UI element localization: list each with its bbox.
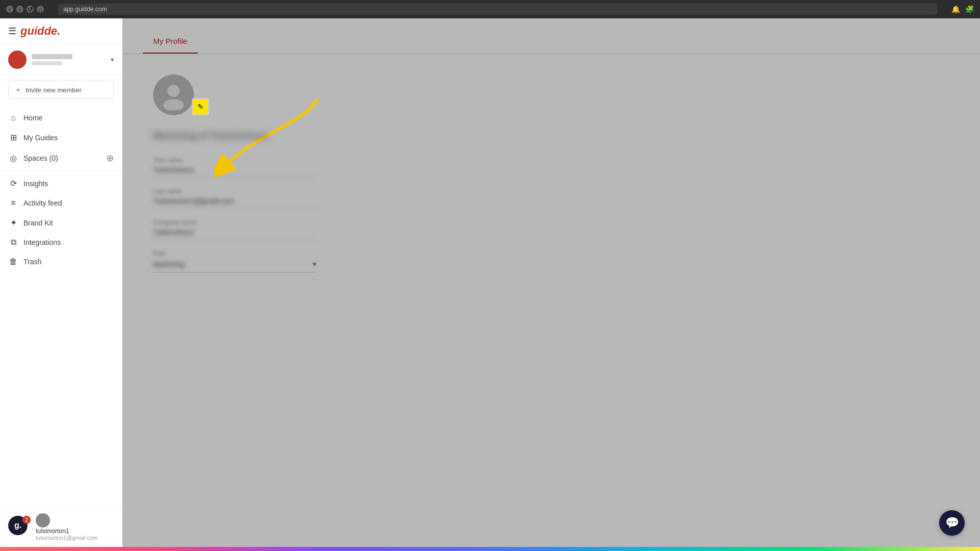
full-name-value[interactable]: Tulsimorton1 [153, 166, 316, 178]
g2-badge-count: 2 [22, 516, 31, 524]
role-select[interactable]: Marketing ▾ [153, 259, 316, 272]
workspace-chevron-icon: ▾ [111, 56, 114, 63]
top-bar: My Profile [122, 18, 980, 54]
spaces-label: Spaces (0) [23, 154, 106, 162]
integrations-icon: ⧉ [8, 238, 18, 247]
browser-home[interactable]: ⌂ [37, 6, 44, 13]
last-name-label: Last name [153, 188, 347, 195]
g2-badge[interactable]: g. 2 [8, 516, 31, 538]
brand-kit-icon: ✦ [8, 218, 18, 228]
guides-icon: ⊞ [8, 133, 18, 142]
sidebar-item-my-guides[interactable]: ⊞ My Guides [0, 128, 122, 147]
profile-avatar [153, 74, 194, 115]
address-bar[interactable]: app.guidde.com [58, 4, 937, 15]
chat-button[interactable]: 💬 [939, 510, 965, 536]
edit-avatar-button[interactable]: ✎ [192, 98, 209, 115]
url-text: app.guidde.com [63, 6, 107, 13]
chat-icon: 💬 [945, 516, 959, 530]
sidebar-header: ☰ guidde. [0, 18, 122, 44]
sidebar-item-label: Home [23, 114, 42, 122]
trash-icon: 🗑 [8, 257, 18, 266]
company-name-label: Company name [153, 219, 347, 226]
tab-my-profile[interactable]: My Profile [143, 30, 198, 54]
logo: guidde. [20, 24, 60, 38]
svg-point-1 [163, 99, 184, 110]
edit-pencil-icon: ✎ [198, 103, 204, 111]
profile-form: Your name Tulsimorton1 Last name Tulsimo… [153, 157, 347, 272]
plus-icon: ＋ [15, 85, 21, 94]
full-name-field: Your name Tulsimorton1 [153, 157, 347, 178]
nav-divider [0, 171, 122, 171]
avatar-section: ✎ [153, 74, 949, 115]
footer-email: tulsimorton1@gmail.com [36, 535, 114, 541]
sidebar-item-label: Brand Kit [23, 219, 53, 227]
sidebar-item-label: Insights [23, 180, 48, 188]
browser-controls: ‹ › ↺ ⌂ [6, 6, 44, 13]
sidebar-item-integrations[interactable]: ⧉ Integrations [0, 233, 122, 252]
sidebar-item-spaces[interactable]: ◎ Spaces (0) ⊕ [0, 147, 122, 169]
sidebar: ☰ guidde. ▾ ＋ Invite new member ⌂ Home ⊞… [0, 18, 122, 547]
spaces-icon: ◎ [8, 154, 18, 163]
sidebar-item-trash[interactable]: 🗑 Trash [0, 252, 122, 271]
app-container: ☰ guidde. ▾ ＋ Invite new member ⌂ Home ⊞… [0, 18, 980, 547]
sidebar-footer: g. 2 tulsimorton1 tulsimorton1@gmail.com [0, 507, 122, 547]
browser-forward[interactable]: › [16, 6, 23, 13]
workspace-avatar [8, 51, 27, 69]
sidebar-item-activity-feed[interactable]: ≡ Activity feed [0, 193, 122, 213]
browser-back[interactable]: ‹ [6, 6, 13, 13]
footer-user: tulsimorton1 tulsimorton1@gmail.com [36, 513, 114, 541]
profile-content: ✎ Marketing of Tulsimorton1 Your [122, 54, 980, 293]
workspace-info [32, 54, 106, 65]
sidebar-item-home[interactable]: ⌂ Home [0, 108, 122, 128]
last-name-value[interactable]: Tulsimorton1@gmail.com [153, 197, 316, 209]
nav-section: ⌂ Home ⊞ My Guides ◎ Spaces (0) ⊕ ⟳ Insi… [0, 104, 122, 507]
sidebar-item-brand-kit[interactable]: ✦ Brand Kit [0, 213, 122, 233]
svg-point-0 [167, 85, 180, 97]
sidebar-item-insights[interactable]: ⟳ Insights [0, 173, 122, 193]
footer-username: tulsimorton1 [36, 528, 114, 535]
bottom-bar [0, 547, 980, 551]
full-name-label: Your name [153, 157, 347, 164]
footer-avatar [36, 513, 50, 528]
workspace-section[interactable]: ▾ [0, 44, 122, 76]
last-name-field: Last name Tulsimorton1@gmail.com [153, 188, 347, 209]
browser-refresh[interactable]: ↺ [27, 6, 34, 13]
avatar-icon [158, 80, 189, 110]
hamburger-icon[interactable]: ☰ [8, 26, 16, 37]
role-value: Marketing [153, 260, 184, 268]
company-name-field: Company name Tulsimorton1 [153, 219, 347, 240]
add-space-icon[interactable]: ⊕ [106, 153, 114, 164]
role-label: Role [153, 250, 347, 257]
invite-new-member-button[interactable]: ＋ Invite new member [8, 81, 114, 99]
profile-display-name: Marketing of Tulsimorton1 [153, 131, 949, 141]
home-icon: ⌂ [8, 113, 18, 122]
role-field: Role Marketing ▾ [153, 250, 347, 272]
chevron-down-icon: ▾ [312, 259, 316, 269]
sidebar-item-label: My Guides [23, 134, 58, 142]
workspace-name [32, 54, 72, 59]
main-content: My Profile ✎ [122, 18, 980, 547]
sidebar-item-label: Activity feed [23, 199, 62, 207]
company-name-value[interactable]: Tulsimorton1 [153, 228, 316, 240]
sidebar-item-label: Trash [23, 258, 41, 266]
browser-icons: 🔔 🧩 [951, 5, 974, 13]
tab-label: My Profile [153, 37, 187, 45]
sidebar-item-label: Integrations [23, 238, 61, 246]
notifications-icon[interactable]: 🔔 [951, 5, 960, 13]
workspace-sub [32, 61, 62, 65]
activity-icon: ≡ [8, 198, 18, 208]
insights-icon: ⟳ [8, 179, 18, 188]
browser-bar: ‹ › ↺ ⌂ app.guidde.com 🔔 🧩 [0, 0, 980, 18]
invite-label: Invite new member [26, 86, 82, 94]
extensions-icon[interactable]: 🧩 [965, 5, 974, 13]
